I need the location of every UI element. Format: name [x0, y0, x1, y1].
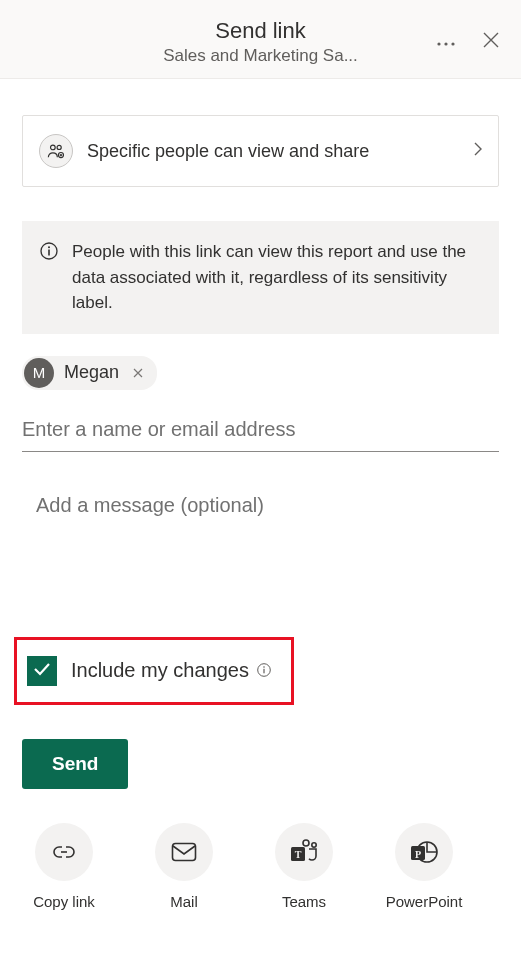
avatar: M: [24, 358, 54, 388]
close-button[interactable]: [479, 28, 503, 55]
svg-text:P: P: [415, 848, 421, 859]
share-label: Mail: [170, 893, 198, 910]
remove-recipient-button[interactable]: [129, 365, 147, 381]
share-label: Copy link: [33, 893, 95, 910]
share-powerpoint[interactable]: P PowerPoint: [382, 823, 466, 910]
share-teams[interactable]: T Teams: [262, 823, 346, 910]
svg-rect-11: [263, 669, 264, 674]
include-changes-row: Include my changes: [14, 637, 294, 705]
info-icon: [40, 239, 58, 316]
svg-point-4: [57, 145, 61, 149]
permission-selector[interactable]: Specific people can view and share: [22, 115, 499, 187]
svg-point-3: [51, 145, 56, 150]
dialog-subtitle: Sales and Marketing Sa...: [20, 46, 501, 66]
x-icon: [133, 365, 143, 381]
include-changes-label: Include my changes: [71, 659, 271, 682]
svg-rect-12: [173, 843, 196, 860]
dialog-title: Send link: [20, 18, 501, 44]
message-input[interactable]: [36, 486, 513, 525]
recipient-chips: M Megan: [22, 356, 499, 390]
info-text: People with this link can view this repo…: [72, 239, 481, 316]
link-icon: [35, 823, 93, 881]
share-label: PowerPoint: [386, 893, 463, 910]
ellipsis-icon: [437, 34, 455, 49]
teams-icon: T: [275, 823, 333, 881]
share-copy-link[interactable]: Copy link: [22, 823, 106, 910]
svg-point-1: [444, 42, 447, 45]
svg-point-14: [312, 842, 316, 846]
svg-point-10: [263, 666, 265, 668]
svg-point-7: [48, 246, 50, 248]
share-options: Copy link Mail T Teams: [22, 823, 499, 910]
permission-label: Specific people can view and share: [87, 141, 460, 162]
recipient-chip[interactable]: M Megan: [22, 356, 157, 390]
header-titles: Send link Sales and Marketing Sa...: [20, 18, 501, 66]
include-changes-checkbox[interactable]: [27, 656, 57, 686]
mail-icon: [155, 823, 213, 881]
recipient-input[interactable]: [22, 406, 499, 452]
share-mail[interactable]: Mail: [142, 823, 226, 910]
svg-point-13: [303, 840, 309, 846]
svg-text:T: T: [295, 849, 302, 860]
people-icon: [39, 134, 73, 168]
send-button[interactable]: Send: [22, 739, 128, 789]
svg-rect-8: [48, 250, 50, 256]
more-options-button[interactable]: [433, 30, 459, 53]
dialog-header: Send link Sales and Marketing Sa...: [0, 0, 521, 79]
info-icon[interactable]: [257, 659, 271, 682]
chevron-right-icon: [474, 142, 482, 160]
svg-point-2: [451, 42, 454, 45]
close-icon: [483, 32, 499, 51]
recipient-name: Megan: [64, 362, 119, 383]
checkmark-icon: [33, 662, 51, 680]
info-banner: People with this link can view this repo…: [22, 221, 499, 334]
share-label: Teams: [282, 893, 326, 910]
powerpoint-icon: P: [395, 823, 453, 881]
svg-point-0: [437, 42, 440, 45]
